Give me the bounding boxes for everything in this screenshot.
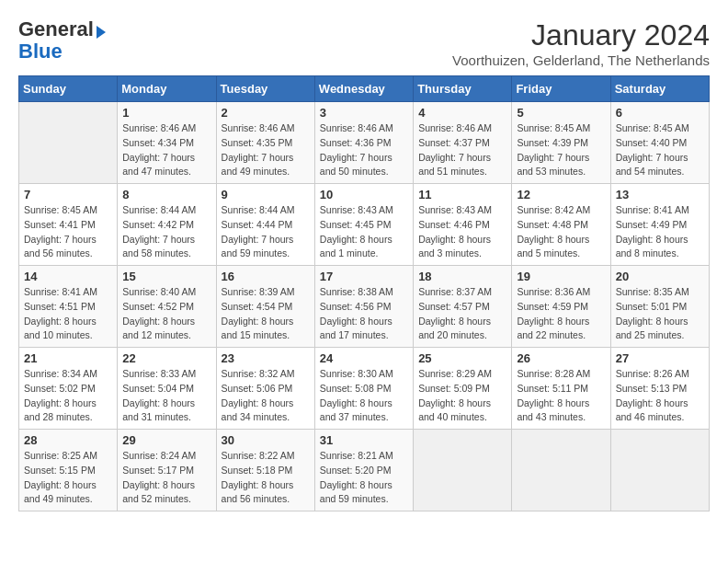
sunrise-text: Sunrise: 8:44 AM	[222, 204, 295, 215]
daylight-text: Daylight: 8 hours and 37 minutes.	[320, 397, 392, 423]
day-number: 23	[222, 351, 310, 365]
sunrise-text: Sunrise: 8:24 AM	[122, 450, 196, 461]
sunrise-text: Sunrise: 8:21 AM	[320, 450, 393, 461]
sunrise-text: Sunrise: 8:29 AM	[418, 368, 492, 379]
daylight-text: Daylight: 8 hours and 22 minutes.	[517, 316, 589, 341]
logo-triangle	[97, 26, 106, 39]
day-detail: Sunrise: 8:43 AM Sunset: 4:46 PM Dayligh…	[418, 203, 506, 261]
daylight-text: Daylight: 8 hours and 34 minutes.	[222, 397, 294, 423]
day-number: 5	[517, 106, 605, 120]
sunrise-text: Sunrise: 8:46 AM	[122, 122, 196, 133]
calendar-week-row: 1 Sunrise: 8:46 AM Sunset: 4:34 PM Dayli…	[19, 102, 710, 184]
day-detail: Sunrise: 8:36 AM Sunset: 4:59 PM Dayligh…	[517, 285, 605, 343]
day-detail: Sunrise: 8:41 AM Sunset: 4:51 PM Dayligh…	[24, 285, 112, 343]
day-number: 3	[320, 106, 408, 120]
daylight-text: Daylight: 7 hours and 47 minutes.	[122, 152, 195, 178]
calendar-header-row: Sunday Monday Tuesday Wednesday Thursday…	[19, 76, 710, 102]
logo-blue: Blue	[18, 40, 63, 63]
daylight-text: Daylight: 8 hours and 28 minutes.	[24, 397, 97, 423]
day-number: 8	[122, 188, 210, 201]
daylight-text: Daylight: 8 hours and 43 minutes.	[517, 397, 589, 423]
header-monday: Monday	[118, 76, 216, 102]
table-row: 21 Sunrise: 8:34 AM Sunset: 5:02 PM Dayl…	[19, 348, 118, 430]
daylight-text: Daylight: 8 hours and 25 minutes.	[616, 316, 688, 341]
day-number: 6	[616, 106, 704, 120]
table-row: 3 Sunrise: 8:46 AM Sunset: 4:36 PM Dayli…	[314, 102, 413, 184]
daylight-text: Daylight: 8 hours and 3 minutes.	[418, 234, 491, 259]
sunrise-text: Sunrise: 8:22 AM	[222, 450, 295, 461]
table-row: 11 Sunrise: 8:43 AM Sunset: 4:46 PM Dayl…	[414, 184, 512, 266]
day-number: 22	[122, 351, 210, 365]
sunrise-text: Sunrise: 8:30 AM	[320, 368, 393, 379]
day-number: 1	[122, 106, 210, 120]
sunset-text: Sunset: 4:49 PM	[616, 219, 688, 230]
day-number: 31	[320, 433, 408, 447]
sunset-text: Sunset: 5:17 PM	[122, 465, 194, 476]
calendar-week-row: 7 Sunrise: 8:45 AM Sunset: 4:41 PM Dayli…	[19, 184, 710, 266]
calendar-week-row: 14 Sunrise: 8:41 AM Sunset: 4:51 PM Dayl…	[19, 266, 710, 348]
daylight-text: Daylight: 8 hours and 1 minute.	[320, 234, 392, 259]
table-row: 19 Sunrise: 8:36 AM Sunset: 4:59 PM Dayl…	[512, 266, 610, 348]
sunset-text: Sunset: 4:42 PM	[122, 219, 194, 230]
sunset-text: Sunset: 5:04 PM	[122, 383, 194, 394]
daylight-text: Daylight: 7 hours and 50 minutes.	[320, 152, 392, 178]
day-detail: Sunrise: 8:25 AM Sunset: 5:15 PM Dayligh…	[24, 449, 112, 507]
table-row: 6 Sunrise: 8:45 AM Sunset: 4:40 PM Dayli…	[610, 102, 709, 184]
calendar-week-row: 28 Sunrise: 8:25 AM Sunset: 5:15 PM Dayl…	[19, 430, 710, 511]
title-area: January 2024 Voorthuizen, Gelderland, Th…	[452, 18, 710, 68]
sunrise-text: Sunrise: 8:45 AM	[517, 122, 590, 133]
day-detail: Sunrise: 8:26 AM Sunset: 5:13 PM Dayligh…	[616, 367, 704, 425]
sunset-text: Sunset: 5:15 PM	[24, 465, 96, 476]
sunset-text: Sunset: 4:39 PM	[517, 137, 588, 148]
sunset-text: Sunset: 4:41 PM	[24, 219, 96, 230]
daylight-text: Daylight: 8 hours and 46 minutes.	[616, 397, 688, 423]
day-number: 21	[24, 351, 112, 365]
header-friday: Friday	[512, 76, 610, 102]
day-detail: Sunrise: 8:41 AM Sunset: 4:49 PM Dayligh…	[616, 203, 704, 261]
sunset-text: Sunset: 4:56 PM	[320, 301, 392, 312]
day-detail: Sunrise: 8:46 AM Sunset: 4:36 PM Dayligh…	[320, 121, 408, 179]
sunset-text: Sunset: 5:20 PM	[320, 465, 392, 476]
daylight-text: Daylight: 8 hours and 20 minutes.	[418, 316, 491, 341]
daylight-text: Daylight: 8 hours and 31 minutes.	[122, 397, 195, 423]
day-number: 13	[616, 188, 704, 201]
day-number: 20	[616, 270, 704, 283]
day-detail: Sunrise: 8:33 AM Sunset: 5:04 PM Dayligh…	[122, 367, 210, 425]
day-number: 17	[320, 270, 408, 283]
sunset-text: Sunset: 5:08 PM	[320, 383, 392, 394]
daylight-text: Daylight: 7 hours and 56 minutes.	[24, 234, 97, 259]
day-detail: Sunrise: 8:42 AM Sunset: 4:48 PM Dayligh…	[517, 203, 605, 261]
table-row: 18 Sunrise: 8:37 AM Sunset: 4:57 PM Dayl…	[414, 266, 512, 348]
sunset-text: Sunset: 5:09 PM	[418, 383, 490, 394]
day-detail: Sunrise: 8:38 AM Sunset: 4:56 PM Dayligh…	[320, 285, 408, 343]
table-row: 28 Sunrise: 8:25 AM Sunset: 5:15 PM Dayl…	[19, 430, 118, 511]
day-detail: Sunrise: 8:45 AM Sunset: 4:41 PM Dayligh…	[24, 203, 112, 261]
day-number: 2	[222, 106, 310, 120]
day-detail: Sunrise: 8:34 AM Sunset: 5:02 PM Dayligh…	[24, 367, 112, 425]
sunrise-text: Sunrise: 8:41 AM	[24, 286, 97, 297]
table-row: 5 Sunrise: 8:45 AM Sunset: 4:39 PM Dayli…	[512, 102, 610, 184]
sunrise-text: Sunrise: 8:38 AM	[320, 286, 393, 297]
table-row: 17 Sunrise: 8:38 AM Sunset: 4:56 PM Dayl…	[314, 266, 413, 348]
sunset-text: Sunset: 4:54 PM	[222, 301, 293, 312]
sunrise-text: Sunrise: 8:40 AM	[122, 286, 196, 297]
sunrise-text: Sunrise: 8:25 AM	[24, 450, 97, 461]
sunset-text: Sunset: 5:02 PM	[24, 383, 96, 394]
sunrise-text: Sunrise: 8:39 AM	[222, 286, 295, 297]
daylight-text: Daylight: 8 hours and 49 minutes.	[24, 479, 97, 505]
sunset-text: Sunset: 4:44 PM	[222, 219, 293, 230]
day-detail: Sunrise: 8:29 AM Sunset: 5:09 PM Dayligh…	[418, 367, 506, 425]
month-title: January 2024	[452, 18, 710, 52]
sunrise-text: Sunrise: 8:42 AM	[517, 204, 590, 215]
day-detail: Sunrise: 8:46 AM Sunset: 4:35 PM Dayligh…	[222, 121, 310, 179]
day-detail: Sunrise: 8:45 AM Sunset: 4:40 PM Dayligh…	[616, 121, 704, 179]
table-row: 8 Sunrise: 8:44 AM Sunset: 4:42 PM Dayli…	[118, 184, 216, 266]
day-number: 27	[616, 351, 704, 365]
sunrise-text: Sunrise: 8:26 AM	[616, 368, 689, 379]
day-detail: Sunrise: 8:40 AM Sunset: 4:52 PM Dayligh…	[122, 285, 210, 343]
day-number: 29	[122, 433, 210, 447]
sunset-text: Sunset: 4:57 PM	[418, 301, 490, 312]
day-detail: Sunrise: 8:24 AM Sunset: 5:17 PM Dayligh…	[122, 449, 210, 507]
sunset-text: Sunset: 4:59 PM	[517, 301, 588, 312]
sunset-text: Sunset: 4:51 PM	[24, 301, 96, 312]
